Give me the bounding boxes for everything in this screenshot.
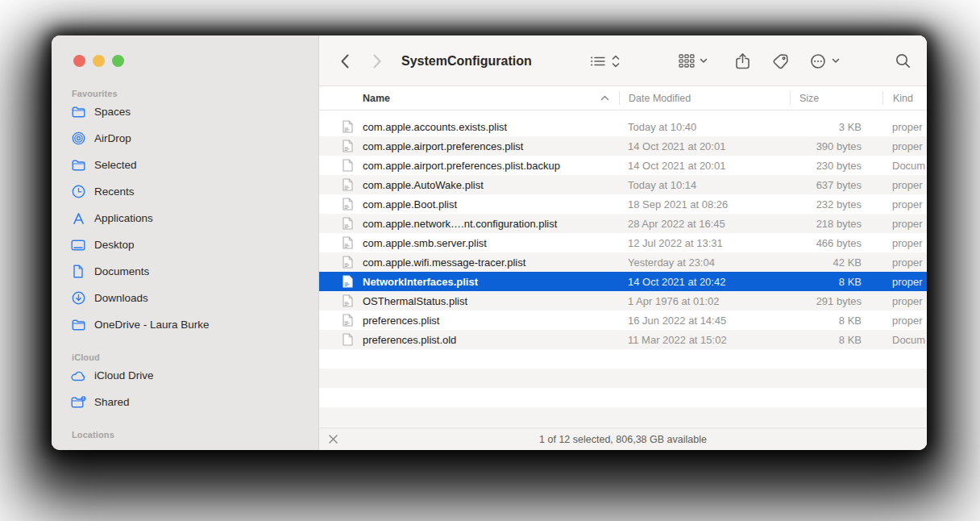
sidebar-section-header-locations: Locations bbox=[52, 430, 318, 440]
sort-updown-icon bbox=[612, 55, 620, 68]
file-list: com.apple.accounts.exists.plist Today at… bbox=[319, 110, 927, 427]
sidebar-section-header-favourites: Favourites bbox=[52, 89, 318, 98]
sidebar-item-label: Selected bbox=[94, 159, 137, 171]
sort-ascending-icon bbox=[600, 95, 609, 101]
folder-icon bbox=[70, 158, 86, 173]
sidebar-item-label: Documents bbox=[94, 265, 149, 277]
table-row[interactable]: com.apple.AutoWake.plist Today at 10:14 … bbox=[319, 175, 927, 194]
chevron-left-icon bbox=[340, 53, 350, 69]
table-row[interactable]: preferences.plist 16 Jun 2022 at 14:45 8… bbox=[319, 311, 927, 330]
close-window-button[interactable] bbox=[73, 55, 85, 67]
empty-row bbox=[319, 369, 927, 388]
sidebar-item-airdrop[interactable]: AirDrop bbox=[52, 125, 318, 152]
table-header: Name Date Modified Size Kind bbox=[319, 86, 927, 110]
table-row[interactable]: com.apple.airport.preferences.plist.back… bbox=[319, 156, 927, 175]
plist-file-icon bbox=[343, 120, 353, 133]
plist-file-icon bbox=[343, 294, 353, 307]
zoom-window-button[interactable] bbox=[112, 55, 124, 67]
plist-file-icon bbox=[343, 140, 353, 152]
window-title: SystemConfiguration bbox=[401, 35, 532, 86]
status-text: 1 of 12 selected, 806,38 GB available bbox=[539, 434, 707, 445]
plist-file-icon bbox=[343, 217, 353, 230]
list-view-icon bbox=[590, 55, 606, 68]
table-row[interactable]: com.apple.wifi.message-tracer.plist Yest… bbox=[319, 252, 927, 272]
more-actions-button[interactable] bbox=[809, 35, 840, 86]
folder-badge-icon bbox=[70, 395, 86, 410]
sidebar-item-onedrive-laura-burke[interactable]: OneDrive - Laura Burke bbox=[52, 311, 318, 338]
blank-file-icon bbox=[343, 333, 353, 346]
tags-button[interactable] bbox=[772, 35, 790, 86]
sidebar-item-icloud-drive[interactable]: iCloud Drive bbox=[52, 362, 318, 389]
sidebar-sections: FavouritesSpacesAirDropSelectedRecentsAp… bbox=[52, 89, 318, 440]
table-row[interactable]: com.apple.Boot.plist 18 Sep 2021 at 08:2… bbox=[319, 194, 927, 214]
table-row[interactable]: com.apple.accounts.exists.plist Today at… bbox=[319, 117, 927, 136]
sidebar-item-spaces[interactable]: Spaces bbox=[52, 98, 318, 125]
screenshot-stage: FavouritesSpacesAirDropSelectedRecentsAp… bbox=[0, 0, 980, 521]
airdrop-icon bbox=[70, 131, 86, 146]
sidebar-item-recents[interactable]: Recents bbox=[52, 178, 318, 205]
view-options-control[interactable] bbox=[590, 35, 620, 86]
group-by-button[interactable] bbox=[679, 35, 708, 86]
cloud-icon bbox=[70, 369, 86, 383]
table-row-selected[interactable]: NetworkInterfaces.plist 14 Oct 2021 at 2… bbox=[319, 272, 927, 291]
chevron-down-icon bbox=[700, 58, 708, 64]
main-pane: SystemConfiguration bbox=[319, 35, 927, 450]
minimize-window-button[interactable] bbox=[93, 55, 105, 67]
share-button[interactable] bbox=[735, 35, 750, 86]
column-header-size[interactable]: Size bbox=[790, 91, 882, 105]
column-header-name[interactable]: Name bbox=[319, 93, 619, 104]
document-icon bbox=[70, 265, 86, 279]
sidebar-item-label: iCloud Drive bbox=[94, 369, 154, 381]
sidebar-item-documents[interactable]: Documents bbox=[52, 258, 318, 285]
ellipsis-circle-icon bbox=[809, 52, 827, 70]
sidebar-item-shared[interactable]: Shared bbox=[52, 389, 318, 415]
empty-row bbox=[319, 388, 927, 407]
desktop-icon bbox=[70, 238, 86, 252]
plist-file-icon bbox=[343, 256, 353, 269]
table-row[interactable]: preferences.plist.old 11 Mar 2022 at 15:… bbox=[319, 330, 927, 349]
plist-file-icon bbox=[343, 314, 353, 327]
sidebar: FavouritesSpacesAirDropSelectedRecentsAp… bbox=[52, 35, 319, 450]
sidebar-item-label: Spaces bbox=[94, 106, 131, 118]
table-row[interactable]: com.apple.smb.server.plist 12 Jul 2022 a… bbox=[319, 233, 927, 252]
toolbar: SystemConfiguration bbox=[319, 35, 927, 86]
chevron-down-icon bbox=[832, 58, 840, 64]
column-header-date-modified[interactable]: Date Modified bbox=[619, 91, 790, 105]
sidebar-item-downloads[interactable]: Downloads bbox=[52, 285, 318, 311]
table-row[interactable]: com.apple.airport.preferences.plist 14 O… bbox=[319, 136, 927, 156]
plist-file-icon bbox=[343, 236, 353, 249]
plist-file-icon bbox=[343, 178, 353, 191]
search-button[interactable] bbox=[895, 35, 911, 86]
group-grid-icon bbox=[679, 54, 695, 68]
sidebar-item-applications[interactable]: Applications bbox=[52, 205, 318, 231]
sidebar-item-desktop[interactable]: Desktop bbox=[52, 231, 318, 258]
sidebar-section-header-icloud: iCloud bbox=[52, 352, 318, 362]
finder-window: FavouritesSpacesAirDropSelectedRecentsAp… bbox=[52, 35, 927, 450]
empty-row bbox=[319, 407, 927, 427]
search-icon bbox=[895, 52, 911, 69]
column-header-kind[interactable]: Kind bbox=[882, 91, 927, 105]
sidebar-item-label: Shared bbox=[94, 396, 130, 408]
forward-button[interactable] bbox=[372, 35, 382, 86]
table-row[interactable]: OSThermalStatus.plist 1 Apr 1976 at 01:0… bbox=[319, 291, 927, 311]
tag-icon bbox=[772, 52, 790, 70]
plist-file-icon bbox=[343, 198, 353, 210]
back-button[interactable] bbox=[340, 35, 350, 86]
chevron-right-icon bbox=[372, 53, 382, 69]
clock-icon bbox=[70, 185, 86, 199]
sidebar-item-label: Applications bbox=[94, 212, 153, 224]
traffic-lights bbox=[52, 55, 318, 67]
close-x-icon[interactable] bbox=[328, 434, 338, 444]
folder-icon bbox=[70, 105, 86, 119]
status-bar: 1 of 12 selected, 806,38 GB available bbox=[319, 427, 927, 450]
sidebar-item-selected[interactable]: Selected bbox=[52, 152, 318, 178]
share-icon bbox=[735, 52, 750, 70]
download-circle-icon bbox=[70, 291, 86, 306]
sidebar-item-label: Downloads bbox=[94, 292, 148, 304]
sidebar-item-label: Desktop bbox=[94, 239, 135, 251]
sidebar-item-label: OneDrive - Laura Burke bbox=[94, 319, 210, 331]
table-row[interactable]: com.apple.network….nt.configuration.plis… bbox=[319, 214, 927, 233]
folder-icon bbox=[70, 318, 86, 332]
sidebar-item-label: Recents bbox=[94, 185, 135, 198]
plist-file-icon bbox=[343, 275, 353, 288]
